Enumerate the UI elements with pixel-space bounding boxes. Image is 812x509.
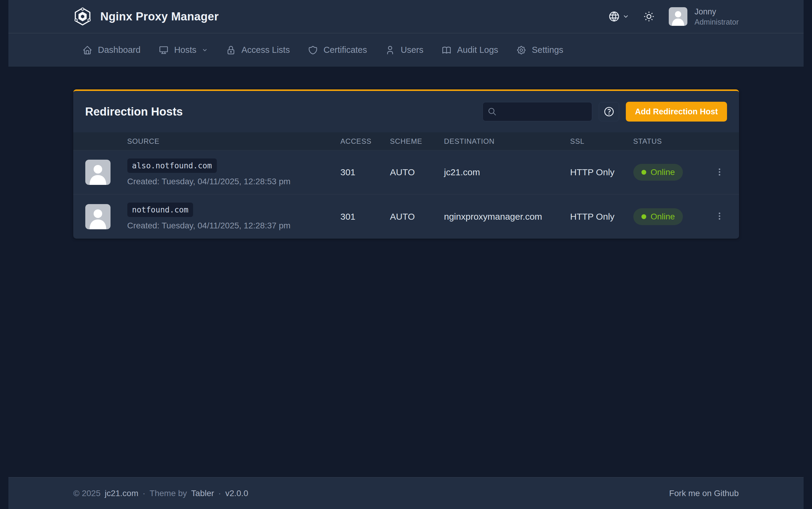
nav-label: Certificates <box>323 45 367 55</box>
book-icon <box>442 45 452 55</box>
status-label: Online <box>651 212 675 222</box>
col-header-destination: DESTINATION <box>444 137 570 145</box>
header-actions: Jonny Administrator <box>608 7 739 26</box>
dots-vertical-icon <box>714 167 725 177</box>
access-cell: 301 <box>340 167 390 177</box>
ssl-cell: HTTP Only <box>570 212 633 222</box>
nav-item-dashboard[interactable]: Dashboard <box>73 33 150 67</box>
source-domain: also.notfound.com <box>127 159 217 173</box>
nav-item-hosts[interactable]: Hosts <box>150 33 217 67</box>
main-content: Redirection Hosts <box>0 67 812 477</box>
nav-label: Access Lists <box>241 45 290 55</box>
jc21-link[interactable]: jc21.com <box>105 488 138 498</box>
footer-credits: © 2025 jc21.com · Theme by Tabler · v2.0… <box>73 488 248 498</box>
help-icon <box>603 106 615 117</box>
add-redirection-host-button[interactable]: Add Redirection Host <box>626 102 727 122</box>
user-role: Administrator <box>694 18 739 26</box>
nav-label: Settings <box>532 45 563 55</box>
status-dot <box>642 214 646 219</box>
gear-icon <box>516 45 526 55</box>
user-avatar <box>669 7 687 26</box>
col-header-status: STATUS <box>633 137 709 145</box>
card-header: Redirection Hosts <box>73 91 739 132</box>
shield-icon <box>308 45 318 55</box>
chevron-down-icon <box>202 47 208 53</box>
brand[interactable]: Nginx Proxy Manager <box>73 7 219 26</box>
top-band: Nginx Proxy Manager <box>8 0 804 67</box>
nav-item-certificates[interactable]: Certificates <box>299 33 376 67</box>
tabler-link[interactable]: Tabler <box>191 488 214 498</box>
row-avatar <box>85 204 110 229</box>
status-dot <box>642 170 646 175</box>
search-input[interactable] <box>500 107 587 116</box>
card-controls: Add Redirection Host <box>483 102 727 122</box>
theme-toggle-button[interactable] <box>643 10 655 23</box>
version-text: v2.0.0 <box>225 488 248 498</box>
access-cell: 301 <box>340 212 390 222</box>
table-row: notfound.com Created: Tuesday, 04/11/202… <box>73 195 739 239</box>
created-date: Created: Tuesday, 04/11/2025, 12:28:53 p… <box>127 177 340 186</box>
row-menu-button[interactable] <box>712 165 727 180</box>
page-title: Redirection Hosts <box>85 105 183 118</box>
col-header-access: ACCESS <box>340 137 390 145</box>
nav-item-audit-logs[interactable]: Audit Logs <box>432 33 507 67</box>
home-icon <box>82 45 93 55</box>
search-box <box>483 102 592 121</box>
globe-icon <box>608 10 620 23</box>
dots-vertical-icon <box>714 211 725 221</box>
status-label: Online <box>651 167 675 177</box>
chevron-down-icon <box>622 13 629 20</box>
user-name: Jonny <box>694 7 739 17</box>
copyright-text: © 2025 <box>73 488 101 498</box>
scheme-cell: AUTO <box>390 167 444 177</box>
help-button[interactable] <box>599 102 619 121</box>
main-nav: Dashboard Hosts Access Lists <box>73 33 739 67</box>
app-title: Nginx Proxy Manager <box>100 10 219 23</box>
status-badge: Online <box>633 208 683 225</box>
destination-cell: jc21.com <box>444 167 570 177</box>
col-header-scheme: SCHEME <box>390 137 444 145</box>
nav-item-access-lists[interactable]: Access Lists <box>217 33 299 67</box>
redirection-hosts-card: Redirection Hosts <box>73 90 739 239</box>
separator: · <box>143 488 145 498</box>
app-header: Nginx Proxy Manager <box>73 0 739 33</box>
row-avatar <box>85 160 110 185</box>
source-domain: notfound.com <box>127 203 193 217</box>
nav-label: Hosts <box>174 45 196 55</box>
language-menu-button[interactable] <box>608 10 629 23</box>
person-icon <box>669 7 687 26</box>
monitor-icon <box>159 45 169 55</box>
theme-by-text: Theme by <box>150 488 187 498</box>
user-menu[interactable]: Jonny Administrator <box>669 7 739 26</box>
separator: · <box>218 488 221 498</box>
nav-item-users[interactable]: Users <box>376 33 432 67</box>
person-icon <box>85 160 110 185</box>
search-icon <box>488 107 497 116</box>
status-badge: Online <box>633 164 683 181</box>
scheme-cell: AUTO <box>390 212 444 222</box>
app-viewport: Nginx Proxy Manager <box>0 0 812 509</box>
table-header: SOURCE ACCESS SCHEME DESTINATION SSL STA… <box>73 132 739 150</box>
row-menu-button[interactable] <box>712 209 727 225</box>
user-icon <box>385 45 395 55</box>
nav-label: Audit Logs <box>457 45 498 55</box>
nav-label: Users <box>400 45 423 55</box>
ssl-cell: HTTP Only <box>570 167 633 177</box>
destination-cell: nginxproxymanager.com <box>444 212 570 222</box>
sun-icon <box>643 10 655 23</box>
npm-logo-icon <box>73 7 92 26</box>
lock-icon <box>226 45 236 55</box>
nav-item-settings[interactable]: Settings <box>507 33 572 67</box>
col-header-source: SOURCE <box>127 137 340 145</box>
footer: © 2025 jc21.com · Theme by Tabler · v2.0… <box>8 477 804 509</box>
col-header-ssl: SSL <box>570 137 633 145</box>
person-icon <box>85 204 110 229</box>
github-link[interactable]: Fork me on Github <box>669 488 739 498</box>
nav-label: Dashboard <box>98 45 140 55</box>
user-info: Jonny Administrator <box>694 7 739 26</box>
created-date: Created: Tuesday, 04/11/2025, 12:28:37 p… <box>127 221 340 231</box>
table-row: also.notfound.com Created: Tuesday, 04/1… <box>73 150 739 195</box>
